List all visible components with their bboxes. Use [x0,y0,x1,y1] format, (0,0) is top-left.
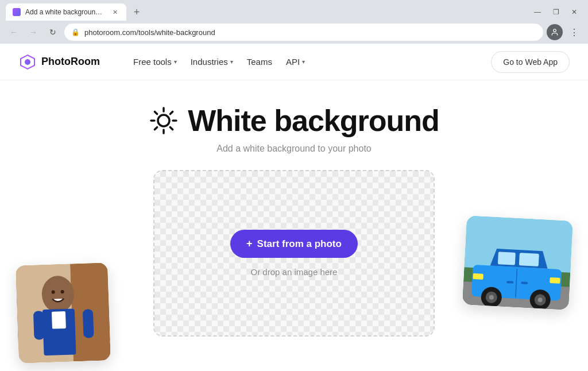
nav-industries[interactable]: Industries ▾ [185,52,239,71]
browser-tab[interactable]: Add a white background to you... ✕ [6,3,126,21]
drop-zone-content: + Start from a photo Or drop an image he… [230,230,358,277]
svg-rect-20 [52,311,66,329]
svg-point-2 [25,59,30,65]
new-tab-button[interactable]: + [129,4,145,20]
api-chevron-icon: ▾ [302,59,305,65]
svg-rect-28 [519,253,539,266]
page-subtitle: Add a white background to your photo [216,144,372,154]
win-restore-button[interactable]: ❐ [548,4,564,20]
address-bar[interactable]: 🔒 photoroom.com/tools/white-background [64,24,543,41]
logo-area[interactable]: PhotoRoom [18,53,100,71]
lock-icon: 🔒 [71,28,80,36]
window-controls: — ❐ ✕ [529,4,582,20]
svg-rect-39 [521,281,528,284]
browser-menu-button[interactable]: ⋮ [566,24,582,40]
person-photo [16,262,111,363]
page-title-row: White background [149,103,439,138]
industries-chevron-icon: ▾ [230,59,233,65]
svg-rect-27 [498,252,516,265]
free-tools-chevron-icon: ▾ [174,59,177,65]
refresh-button[interactable]: ↻ [45,24,61,40]
forward-button[interactable]: → [25,24,41,40]
nav-teams[interactable]: Teams [241,52,278,71]
svg-line-10 [171,111,173,114]
nav-api[interactable]: API ▾ [280,52,311,71]
page-title: White background [188,103,439,138]
logo-text: PhotoRoom [41,56,100,68]
go-to-webapp-button[interactable]: Go to Web App [491,51,570,73]
address-text: photoroom.com/tools/white-background [84,28,215,37]
start-from-photo-button[interactable]: + Start from a photo [230,230,358,258]
nav-links: Free tools ▾ Industries ▾ Teams API ▾ [127,52,311,71]
drop-zone[interactable]: + Start from a photo Or drop an image he… [153,170,435,337]
page-title-icon [149,106,179,136]
tab-favicon [13,8,21,16]
nav-free-tools[interactable]: Free tools ▾ [127,52,183,71]
browser-chrome: Add a white background to you... ✕ + — ❐… [0,0,588,44]
svg-point-0 [554,29,556,32]
plus-icon: + [246,238,253,250]
svg-rect-22 [83,309,94,338]
svg-line-8 [155,111,157,114]
float-image-car [462,215,573,310]
logo-icon [18,53,37,71]
browser-toolbar: ← → ↻ 🔒 photoroom.com/tools/white-backgr… [0,21,588,44]
win-minimize-button[interactable]: — [529,4,546,20]
svg-rect-21 [33,311,45,340]
tab-title: Add a white background to you... [25,8,106,16]
svg-rect-38 [506,281,513,284]
tab-close-button[interactable]: ✕ [110,7,119,17]
website-content: PhotoRoom Free tools ▾ Industries ▾ Team… [0,44,588,371]
svg-line-9 [171,127,173,129]
svg-point-3 [158,115,169,126]
car-photo [462,215,573,310]
back-button[interactable]: ← [6,24,22,40]
site-main: White background Add a white background … [0,80,588,337]
svg-rect-29 [473,273,483,280]
profile-button[interactable] [547,24,563,40]
site-nav: PhotoRoom Free tools ▾ Industries ▾ Team… [0,44,588,80]
svg-rect-30 [550,277,560,284]
win-close-button[interactable]: ✕ [566,4,582,20]
drop-hint: Or drop an image here [251,267,338,277]
browser-titlebar: Add a white background to you... ✕ + — ❐… [0,0,588,21]
float-image-person [16,262,111,363]
nav-right: Go to Web App [491,51,570,73]
svg-line-11 [155,127,157,129]
